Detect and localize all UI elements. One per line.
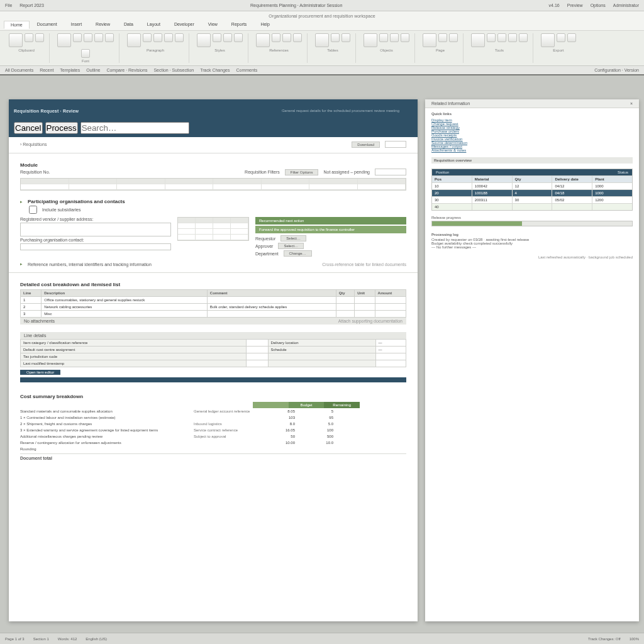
ribbon-icon[interactable] [143, 33, 152, 42]
expand-icon-2[interactable]: ▸ [20, 262, 23, 267]
close-icon[interactable]: × [630, 101, 633, 106]
grid-cell[interactable] [231, 218, 248, 223]
toolbar-item[interactable]: Track Changes [200, 68, 230, 72]
ribbon-icon[interactable] [35, 33, 44, 42]
items-col-header[interactable]: Qty [336, 290, 355, 297]
toolbar-item[interactable]: Outline [86, 68, 100, 72]
ribbon-icon[interactable] [315, 33, 329, 47]
table-row[interactable]: 1Office consumables, stationery and gene… [21, 297, 406, 304]
ribbon-icon[interactable] [256, 33, 270, 47]
mini-col-header[interactable]: Qty [513, 175, 553, 182]
buyer-field[interactable] [20, 243, 171, 250]
ribbon-icon[interactable] [57, 33, 71, 47]
grid-cell[interactable] [213, 218, 231, 223]
mini-col-header[interactable]: Pos [432, 175, 472, 182]
ribbon-tab-developer[interactable]: Developer [168, 21, 201, 28]
grid-cell[interactable] [213, 235, 231, 240]
mini-table-row[interactable]: 302003113005/021200 [432, 196, 632, 203]
ribbon-icon[interactable] [567, 33, 576, 42]
grid-cell[interactable] [178, 218, 196, 223]
ribbon-icon[interactable] [497, 33, 506, 42]
grid-cell[interactable] [178, 229, 196, 235]
ribbon-tab-data[interactable]: Data [118, 21, 140, 28]
grid-cell[interactable] [165, 184, 214, 190]
grid-cell[interactable] [358, 184, 406, 190]
ribbon-icon[interactable] [487, 33, 496, 42]
toolbar-item[interactable]: Templates [60, 68, 80, 72]
items-col-header[interactable]: Unit [355, 290, 375, 297]
toolbar-item[interactable]: Compare · Revisions [106, 68, 147, 72]
preview-link[interactable]: Preview [567, 3, 583, 8]
ribbon-tab-help[interactable]: Help [254, 21, 275, 28]
grid-cell[interactable] [309, 179, 358, 184]
items-table[interactable]: LineDescriptionCommentQtyUnitAmount1Offi… [20, 289, 406, 318]
ribbon-icon[interactable] [223, 33, 232, 42]
breadcrumb[interactable]: › Requisitions [20, 142, 47, 147]
ribbon-icon[interactable] [541, 33, 555, 47]
expand-icon[interactable]: ▸ [20, 199, 23, 204]
ribbon-tab-home[interactable]: Home [4, 21, 30, 29]
module-grid[interactable] [20, 178, 406, 191]
grid-cell[interactable] [231, 235, 248, 240]
items-col-header[interactable]: Amount [375, 290, 406, 297]
grid-cell[interactable] [117, 184, 165, 190]
ribbon-tab-reports[interactable]: Reports [225, 21, 253, 28]
grid-cell[interactable] [165, 179, 214, 184]
grid-cell[interactable] [178, 223, 196, 229]
status-item[interactable]: Track Changes: Off [588, 637, 621, 641]
ribbon-icon[interactable] [213, 33, 221, 42]
mini-col-header[interactable]: Plant [592, 175, 632, 182]
grid-cell[interactable] [213, 229, 231, 235]
items-col-header[interactable]: Description [42, 290, 208, 297]
grid-cell[interactable] [213, 179, 262, 184]
grid-cell[interactable] [196, 218, 213, 223]
grid-cell[interactable] [196, 235, 213, 240]
ribbon-icon[interactable] [331, 33, 340, 42]
ribbon-tab-review[interactable]: Review [89, 21, 116, 28]
ribbon-icon[interactable] [438, 33, 447, 42]
grid-cell[interactable] [231, 223, 248, 229]
grid-cell[interactable] [178, 235, 196, 240]
toolbar-item[interactable]: Recent [40, 68, 53, 72]
menu-file[interactable]: File [5, 3, 12, 8]
toolbar-item[interactable]: All Documents [5, 68, 33, 72]
grid-cell[interactable] [213, 223, 231, 229]
ribbon-tab-document[interactable]: Document [31, 21, 64, 28]
ribbon-icon[interactable] [390, 33, 399, 42]
ribbon-icon[interactable] [234, 33, 243, 42]
ribbon-icon[interactable] [341, 33, 350, 42]
ribbon-icon[interactable] [519, 33, 528, 42]
status-item[interactable]: 100% [630, 637, 639, 641]
ribbon-icon[interactable] [9, 33, 23, 47]
ribbon-icon[interactable] [105, 33, 114, 42]
process-button[interactable]: Process [45, 122, 78, 134]
party-opt-button[interactable]: Select… [280, 235, 306, 242]
grid-cell[interactable] [262, 179, 310, 184]
doc-search-input[interactable] [80, 122, 189, 134]
items-col-header[interactable]: Comment [207, 290, 336, 297]
range-input[interactable] [375, 169, 406, 175]
ribbon-tab-view[interactable]: View [202, 21, 224, 28]
grid-cell[interactable] [231, 229, 248, 235]
toolbar-item[interactable]: Section · Subsection [153, 68, 194, 72]
party-mini-grid[interactable] [177, 217, 249, 241]
grid-cell[interactable] [196, 223, 213, 229]
positions-table[interactable]: Position Status PosMaterialQtyDelivery d… [431, 169, 633, 211]
grid-cell[interactable] [21, 184, 69, 190]
grid-cell[interactable] [69, 184, 118, 190]
ribbon-icon[interactable] [175, 33, 184, 42]
table-row[interactable]: 2Network cabling accessoriesBulk order, … [21, 304, 406, 311]
mini-table-row[interactable]: 101000421204/121000 [432, 182, 632, 189]
ribbon-icon[interactable] [423, 33, 436, 47]
ribbon-icon[interactable] [153, 33, 162, 42]
cancel-button[interactable]: Cancel [14, 122, 43, 134]
ribbon-icon[interactable] [364, 33, 377, 47]
ribbon-icon[interactable] [25, 33, 33, 42]
grid-cell[interactable] [213, 184, 262, 190]
toolbar-item[interactable]: Comments [236, 68, 257, 72]
mini-table-row[interactable]: 40 [432, 203, 632, 210]
ribbon-icon[interactable] [557, 33, 565, 42]
ribbon-tab-insert[interactable]: Insert [65, 21, 89, 28]
filter-options-button[interactable]: Filter Options [285, 169, 319, 175]
ribbon-icon[interactable] [508, 33, 517, 42]
